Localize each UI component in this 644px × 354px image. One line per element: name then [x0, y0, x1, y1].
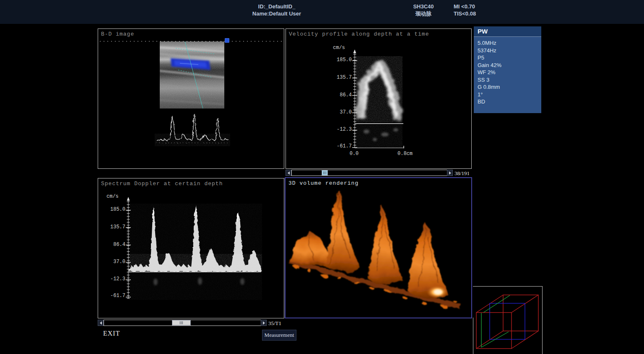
frame-scroll-right-button[interactable]: [447, 170, 453, 176]
arrow-left-icon: [288, 171, 290, 175]
volume-rendering-image: [286, 178, 471, 318]
bd-panel-title: B-D image: [101, 31, 134, 37]
frame-scroll-left-button[interactable]: [286, 170, 291, 176]
volume-rendering-panel[interactable]: 3D volume rendering: [285, 177, 472, 318]
measurement-button[interactable]: Measurement: [262, 330, 296, 341]
time-counter: 35/T1: [268, 320, 281, 327]
time-scroll-left-button[interactable]: [98, 320, 104, 326]
mi-value: MI <0.70: [454, 3, 491, 10]
time-scroll-track[interactable]: [104, 320, 261, 326]
pw-param-angle: 1°: [478, 91, 541, 98]
bd-mini-spectral-trace: [155, 109, 230, 150]
probe-info: SH3C40 颈动脉: [400, 3, 447, 17]
patient-name: Name:Default User: [233, 10, 321, 17]
orientation-cube-widget[interactable]: [473, 286, 543, 354]
time-scroll-right-button[interactable]: [261, 320, 267, 326]
cube-widget-left-border: [473, 318, 473, 354]
frame-scroll-thumb[interactable]: [322, 170, 328, 176]
velocity-profile-panel: Velocity profile along depth at a time c…: [286, 28, 472, 169]
spectrum-doppler-panel: Spectrum Doppler at certain depth cm/s 1…: [98, 178, 284, 318]
grip-icon: [180, 321, 180, 324]
arrow-right-icon: [263, 321, 265, 325]
spectrum-doppler-plot: [98, 178, 284, 317]
pw-param-bd: BD: [478, 98, 541, 106]
grip-icon: [323, 171, 324, 174]
pw-param-prf: 5374Hz: [478, 47, 541, 54]
grip-icon: [326, 171, 326, 174]
exam-preset: 颈动脉: [400, 10, 447, 17]
pw-parameter-panel: PW 5.0MHz 5374Hz P5 Gain 42% WF 2% SS 3 …: [474, 26, 541, 113]
time-scroll-thumb[interactable]: [172, 320, 191, 326]
patient-id: ID:_DefaultID_: [233, 3, 321, 10]
tis-value: TIS<0.08: [454, 10, 491, 17]
orientation-cube: [473, 287, 543, 354]
frame-scroll-track[interactable]: [291, 170, 447, 176]
arrow-left-icon: [100, 321, 102, 325]
pw-mode-title: PW: [474, 26, 541, 37]
pw-param-wall-filter: WF 2%: [478, 69, 541, 76]
pw-param-gate: G 0.8mm: [478, 83, 541, 91]
arrow-right-icon: [449, 171, 451, 175]
pw-parameter-list: 5.0MHz 5374Hz P5 Gain 42% WF 2% SS 3 G 0…: [474, 37, 541, 106]
focus-marker-icon[interactable]: [225, 38, 229, 43]
acoustic-indices: MI <0.70 TIS<0.08: [454, 3, 491, 17]
grip-icon: [181, 321, 182, 324]
pw-param-frequency: 5.0MHz: [478, 39, 541, 47]
frame-scrollbar: 38/191: [286, 169, 472, 177]
grip-icon: [182, 321, 183, 324]
pw-param-power: P5: [478, 54, 541, 62]
probe-model: SH3C40: [400, 3, 447, 10]
frame-counter: 38/191: [454, 170, 470, 177]
pw-param-ss: SS 3: [478, 76, 541, 84]
grip-icon: [325, 171, 325, 174]
time-scrollbar: 35/T1: [98, 319, 284, 327]
exit-button[interactable]: EXIT: [103, 330, 120, 337]
ultrasound-screen: ID:_DefaultID_ Name:Default User SH3C40 …: [0, 0, 644, 354]
pw-param-gain: Gain 42%: [478, 62, 541, 69]
patient-info: ID:_DefaultID_ Name:Default User: [233, 3, 321, 17]
bd-ultrasound-image[interactable]: [160, 41, 224, 109]
header-bar: ID:_DefaultID_ Name:Default User SH3C40 …: [0, 0, 644, 24]
velocity-profile-plot: [286, 29, 471, 168]
bd-image-panel: B-D image: [98, 28, 284, 169]
